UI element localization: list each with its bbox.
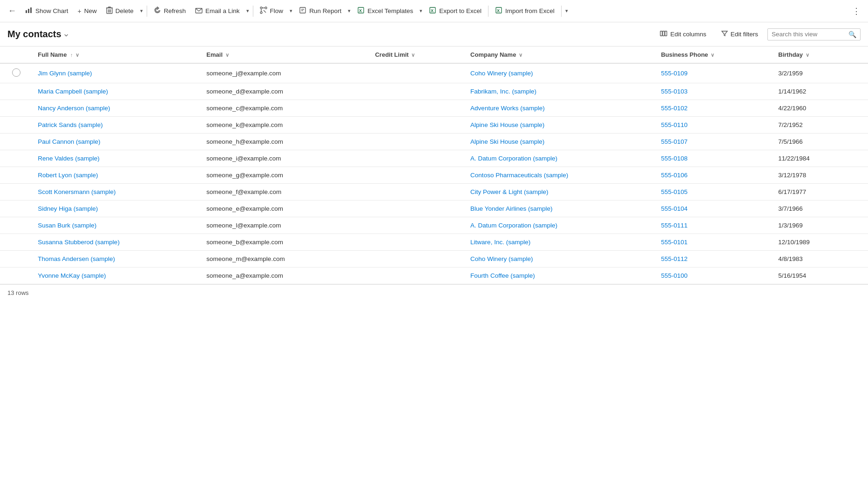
row-company[interactable]: Contoso Pharmaceuticals (sample): [465, 167, 655, 184]
show-chart-button[interactable]: Show Chart: [20, 4, 73, 18]
row-company[interactable]: Fabrikam, Inc. (sample): [465, 83, 655, 100]
row-name[interactable]: Robert Lyon (sample): [32, 167, 201, 184]
phone-link[interactable]: 555-0108: [661, 155, 687, 162]
edit-columns-button[interactable]: Edit columns: [654, 27, 712, 41]
col-header-email[interactable]: Email ∨: [201, 47, 369, 63]
name-link[interactable]: Maria Campbell (sample): [38, 88, 108, 95]
row-phone[interactable]: 555-0109: [655, 63, 773, 83]
col-header-credit[interactable]: Credit Limit ∨: [369, 47, 465, 63]
row-name[interactable]: Maria Campbell (sample): [32, 83, 201, 100]
phone-link[interactable]: 555-0110: [661, 121, 687, 128]
row-company[interactable]: Fourth Coffee (sample): [465, 267, 655, 284]
company-link[interactable]: Alpine Ski House (sample): [470, 121, 544, 128]
row-name[interactable]: Susanna Stubberod (sample): [32, 234, 201, 251]
name-link[interactable]: Scott Konersmann (sample): [38, 188, 115, 195]
row-name[interactable]: Nancy Anderson (sample): [32, 100, 201, 117]
flow-dropdown[interactable]: ▾: [288, 5, 294, 17]
row-company[interactable]: Alpine Ski House (sample): [465, 134, 655, 150]
row-name[interactable]: Scott Konersmann (sample): [32, 184, 201, 200]
name-link[interactable]: Nancy Anderson (sample): [38, 105, 110, 112]
row-phone[interactable]: 555-0102: [655, 100, 773, 117]
company-link[interactable]: Adventure Works (sample): [470, 105, 545, 112]
col-header-company[interactable]: Company Name ∨: [465, 47, 655, 63]
name-link[interactable]: Susan Burk (sample): [38, 222, 96, 229]
row-phone[interactable]: 555-0110: [655, 117, 773, 134]
row-company[interactable]: Coho Winery (sample): [465, 251, 655, 267]
delete-button[interactable]: Delete: [102, 4, 138, 18]
company-link[interactable]: City Power & Light (sample): [470, 188, 548, 195]
search-input[interactable]: [772, 31, 846, 38]
row-phone[interactable]: 555-0105: [655, 184, 773, 200]
company-link[interactable]: A. Datum Corporation (sample): [470, 155, 557, 162]
row-checkbox[interactable]: [12, 68, 20, 77]
company-link[interactable]: Litware, Inc. (sample): [470, 239, 530, 246]
row-name[interactable]: Susan Burk (sample): [32, 217, 201, 234]
row-name[interactable]: Patrick Sands (sample): [32, 117, 201, 134]
row-company[interactable]: Alpine Ski House (sample): [465, 117, 655, 134]
edit-filters-button[interactable]: Edit filters: [716, 27, 764, 41]
row-name[interactable]: Yvonne McKay (sample): [32, 267, 201, 284]
company-link[interactable]: Coho Winery (sample): [470, 255, 533, 262]
import-excel-button[interactable]: X Import from Excel: [490, 4, 559, 18]
row-name[interactable]: Jim Glynn (sample): [32, 63, 201, 83]
row-company[interactable]: City Power & Light (sample): [465, 184, 655, 200]
col-header-birthday[interactable]: Birthday ∨: [773, 47, 868, 63]
col-header-name[interactable]: Full Name ↑ ∨: [32, 47, 201, 63]
flow-button[interactable]: Flow: [255, 4, 288, 18]
delete-dropdown[interactable]: ▾: [138, 5, 145, 17]
import-dropdown[interactable]: ▾: [563, 5, 570, 17]
name-link[interactable]: Robert Lyon (sample): [38, 172, 98, 179]
row-phone[interactable]: 555-0111: [655, 217, 773, 234]
row-company[interactable]: Coho Winery (sample): [465, 63, 655, 83]
row-phone[interactable]: 555-0101: [655, 234, 773, 251]
name-link[interactable]: Yvonne McKay (sample): [38, 272, 106, 279]
phone-link[interactable]: 555-0103: [661, 88, 687, 95]
run-report-dropdown[interactable]: ▾: [346, 5, 353, 17]
row-phone[interactable]: 555-0112: [655, 251, 773, 267]
row-company[interactable]: Litware, Inc. (sample): [465, 234, 655, 251]
new-button[interactable]: + New: [73, 5, 102, 18]
phone-link[interactable]: 555-0100: [661, 272, 687, 279]
run-report-button[interactable]: Run Report: [294, 4, 346, 18]
company-link[interactable]: Coho Winery (sample): [470, 70, 533, 77]
excel-templates-button[interactable]: X Excel Templates: [353, 4, 418, 18]
row-phone[interactable]: 555-0107: [655, 134, 773, 150]
view-title-chevron-icon[interactable]: ⌵: [64, 31, 68, 38]
phone-link[interactable]: 555-0105: [661, 188, 687, 195]
row-company[interactable]: Adventure Works (sample): [465, 100, 655, 117]
name-link[interactable]: Susanna Stubberod (sample): [38, 239, 120, 246]
phone-link[interactable]: 555-0112: [661, 255, 687, 262]
export-excel-button[interactable]: X Export to Excel: [424, 4, 486, 18]
row-company[interactable]: Blue Yonder Airlines (sample): [465, 200, 655, 217]
row-phone[interactable]: 555-0104: [655, 200, 773, 217]
email-link-button[interactable]: Email a Link: [190, 5, 244, 18]
row-phone[interactable]: 555-0108: [655, 150, 773, 167]
company-link[interactable]: Blue Yonder Airlines (sample): [470, 205, 552, 212]
row-name[interactable]: Rene Valdes (sample): [32, 150, 201, 167]
company-link[interactable]: A. Datum Corporation (sample): [470, 222, 557, 229]
phone-link[interactable]: 555-0106: [661, 172, 687, 179]
company-link[interactable]: Contoso Pharmaceuticals (sample): [470, 172, 568, 179]
row-name[interactable]: Paul Cannon (sample): [32, 134, 201, 150]
company-link[interactable]: Fabrikam, Inc. (sample): [470, 88, 536, 95]
row-phone[interactable]: 555-0100: [655, 267, 773, 284]
row-company[interactable]: A. Datum Corporation (sample): [465, 150, 655, 167]
row-name[interactable]: Sidney Higa (sample): [32, 200, 201, 217]
name-link[interactable]: Patrick Sands (sample): [38, 121, 103, 128]
back-button[interactable]: ←: [4, 3, 20, 20]
more-options-button[interactable]: ⋮: [848, 4, 864, 18]
name-link[interactable]: Rene Valdes (sample): [38, 155, 100, 162]
search-icon[interactable]: 🔍: [848, 31, 856, 38]
name-link[interactable]: Paul Cannon (sample): [38, 138, 100, 145]
name-link[interactable]: Sidney Higa (sample): [38, 205, 98, 212]
name-link[interactable]: Jim Glynn (sample): [38, 70, 92, 77]
excel-templates-dropdown[interactable]: ▾: [418, 5, 424, 17]
phone-link[interactable]: 555-0104: [661, 205, 687, 212]
phone-link[interactable]: 555-0101: [661, 239, 687, 246]
email-dropdown[interactable]: ▾: [244, 5, 251, 17]
refresh-button[interactable]: Refresh: [149, 4, 190, 18]
row-company[interactable]: A. Datum Corporation (sample): [465, 217, 655, 234]
phone-link[interactable]: 555-0107: [661, 138, 687, 145]
row-phone[interactable]: 555-0103: [655, 83, 773, 100]
name-link[interactable]: Thomas Andersen (sample): [38, 255, 115, 262]
